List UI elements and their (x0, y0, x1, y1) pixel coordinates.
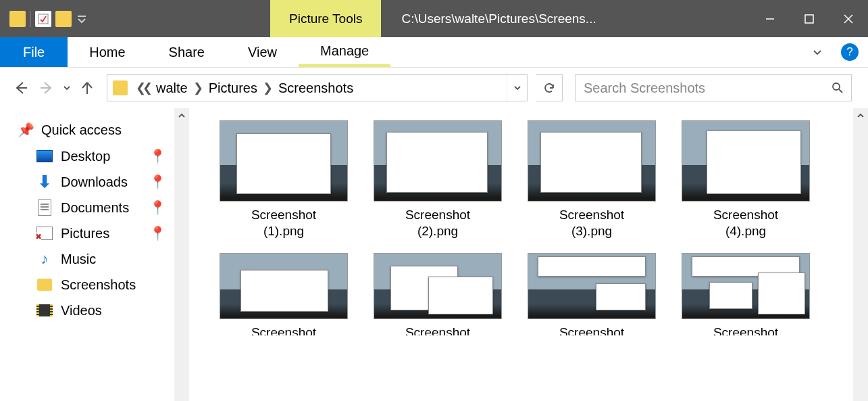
file-thumbnail (528, 120, 656, 202)
videos-icon (36, 302, 53, 319)
file-thumbnail (220, 253, 348, 319)
downloads-icon: ⬇ (36, 174, 53, 190)
breadcrumb-pictures[interactable]: Pictures (205, 80, 261, 96)
nav-item-label: Pictures (61, 226, 109, 241)
nav-item-label: Downloads (61, 174, 128, 190)
nav-item-downloads[interactable]: ⬇ Downloads 📍 (11, 169, 189, 195)
pin-icon: 📍 (149, 174, 166, 190)
close-button[interactable] (829, 0, 868, 37)
navigation-pane: 📌 Quick access Desktop 📍 ⬇ Downloads 📍 D… (0, 108, 189, 401)
search-input[interactable] (576, 80, 824, 96)
navpane-scrollbar[interactable] (174, 108, 189, 401)
nav-item-label: Screenshots (61, 277, 136, 293)
nav-item-pictures[interactable]: Pictures 📍 (11, 220, 189, 246)
pin-icon: 📍 (149, 225, 166, 241)
ribbon-expand-button[interactable] (803, 37, 832, 67)
svg-rect-3 (805, 15, 813, 23)
file-label: Screenshot (4).png (713, 202, 778, 239)
svg-line-7 (839, 89, 842, 93)
minimize-button[interactable] (750, 0, 790, 37)
file-thumbnail (682, 120, 810, 202)
nav-item-music[interactable]: ♪ Music (11, 246, 189, 272)
pictures-icon (36, 225, 53, 241)
file-item[interactable]: Screenshot (671, 253, 820, 335)
chevron-right-icon[interactable]: ❯ (263, 80, 273, 95)
documents-icon (36, 199, 53, 216)
maximize-button[interactable] (790, 0, 829, 37)
file-item[interactable]: Screenshot (2).png (363, 120, 512, 239)
nav-item-screenshots[interactable]: Screenshots (11, 272, 189, 298)
search-icon[interactable] (824, 74, 851, 101)
folder-icon (36, 277, 53, 293)
ribbon-file-tab[interactable]: File (0, 37, 68, 67)
file-item[interactable]: Screenshot (1).png (209, 120, 358, 239)
up-button[interactable] (76, 76, 99, 99)
breadcrumb-screenshots[interactable]: Screenshots (274, 80, 357, 96)
file-label: Screenshot (3).png (559, 202, 624, 239)
file-thumbnail (682, 253, 810, 319)
nav-item-desktop[interactable]: Desktop 📍 (11, 143, 189, 169)
context-tool-header: Picture Tools (270, 0, 381, 37)
breadcrumb-walte[interactable]: walte (152, 80, 192, 96)
ribbon-tab-home[interactable]: Home (68, 37, 147, 67)
file-thumbnail (374, 253, 502, 319)
pin-icon: 📍 (149, 148, 166, 164)
star-icon: 📌 (18, 122, 34, 138)
scroll-up-icon[interactable] (856, 111, 865, 120)
content-scrollbar[interactable] (853, 108, 868, 401)
svg-rect-0 (39, 14, 48, 24)
quick-access-header[interactable]: 📌 Quick access (11, 118, 189, 143)
file-label: Screenshot (1).png (251, 202, 316, 239)
help-button[interactable]: ? (841, 43, 859, 61)
address-history-dropdown[interactable] (507, 75, 527, 101)
chevron-right-icon[interactable]: ❯ (193, 80, 203, 95)
nav-item-label: Desktop (61, 149, 110, 164)
file-thumbnail (220, 120, 348, 202)
titlebar: Picture Tools C:\Users\walte\Pictures\Sc… (0, 0, 868, 37)
nav-item-documents[interactable]: Documents 📍 (11, 195, 189, 220)
content-area: Screenshot (1).png Screenshot (2).png Sc… (189, 108, 868, 401)
ribbon-tab-manage[interactable]: Manage (299, 43, 390, 59)
desktop-icon (36, 148, 53, 164)
file-label: Screenshot (2).png (405, 202, 470, 239)
window-title: C:\Users\walte\Pictures\Screens... (381, 0, 750, 37)
nav-item-label: Music (61, 252, 96, 267)
file-label: Screenshot (251, 319, 316, 335)
back-button[interactable] (9, 76, 32, 99)
scroll-up-icon[interactable] (177, 111, 186, 120)
nav-item-label: Documents (61, 200, 129, 216)
qat-properties-button[interactable] (35, 11, 51, 27)
nav-item-videos[interactable]: Videos (11, 298, 189, 323)
nav-item-label: Videos (61, 303, 102, 319)
file-thumbnail (528, 253, 656, 319)
ribbon-tab-share[interactable]: Share (147, 37, 226, 67)
file-item[interactable]: Screenshot (3).png (517, 120, 666, 239)
file-label: Screenshot (713, 319, 778, 335)
file-thumbnail (374, 120, 502, 202)
svg-point-6 (833, 83, 840, 90)
qat-new-folder-button[interactable] (55, 11, 72, 27)
recent-locations-dropdown[interactable] (61, 83, 73, 93)
address-folder-icon (113, 80, 128, 95)
address-bar[interactable]: ❮❮ walte ❯ Pictures ❯ Screenshots (107, 74, 528, 101)
window-controls (750, 0, 868, 37)
forward-button[interactable] (35, 76, 58, 99)
file-label: Screenshot (405, 319, 470, 335)
refresh-button[interactable] (536, 74, 563, 101)
ribbon-tabs: File Home Share View Manage ? (0, 37, 868, 68)
ribbon-tab-view[interactable]: View (226, 37, 299, 67)
chevron-left-icon[interactable]: ❮❮ (136, 80, 149, 95)
file-item[interactable]: Screenshot (517, 253, 666, 335)
pin-icon: 📍 (149, 199, 166, 216)
file-item[interactable]: Screenshot (363, 253, 512, 335)
file-item[interactable]: Screenshot (209, 253, 358, 335)
music-icon: ♪ (36, 251, 53, 267)
quick-access-toolbar (0, 0, 95, 37)
file-label: Screenshot (559, 319, 624, 335)
quick-access-label: Quick access (41, 122, 122, 138)
file-item[interactable]: Screenshot (4).png (671, 120, 820, 239)
qat-folder-icon[interactable] (9, 11, 26, 27)
search-box[interactable] (575, 74, 852, 101)
qat-customize-dropdown[interactable] (76, 13, 88, 25)
nav-row: ❮❮ walte ❯ Pictures ❯ Screenshots (0, 68, 868, 108)
